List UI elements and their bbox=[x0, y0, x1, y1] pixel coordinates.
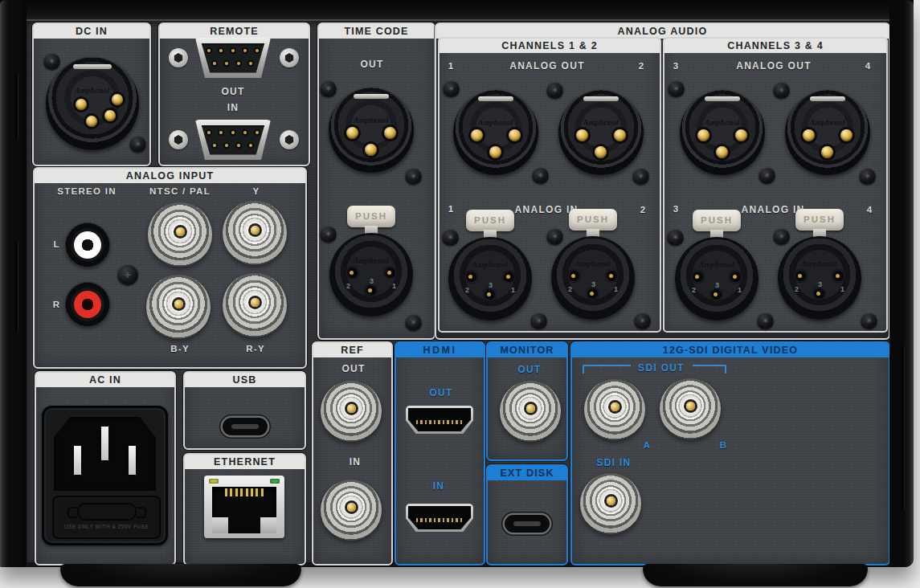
analog-in-xlr-3: PUSH Amphenol 2 3 1 bbox=[675, 210, 758, 322]
right-channel-label: R bbox=[53, 300, 59, 309]
vent-slot bbox=[14, 72, 18, 141]
section-title: REF bbox=[313, 343, 391, 357]
section-title: USB bbox=[185, 373, 305, 387]
ref-in-bnc bbox=[321, 480, 382, 541]
section-dc-in: DC IN ✶ Amphenol ✶ bbox=[32, 22, 151, 166]
sdi-out-group-label: SDI OUT bbox=[638, 362, 685, 374]
y-label: Y bbox=[253, 186, 260, 196]
hdmi-in-port bbox=[406, 504, 473, 532]
hex-standoff-icon bbox=[280, 48, 299, 67]
vent-slot bbox=[901, 345, 904, 510]
section-title: MONITOR bbox=[488, 343, 566, 357]
sdi-out-a-bnc bbox=[584, 379, 645, 440]
section-monitor: MONITOR OUT bbox=[486, 341, 568, 461]
r-y-bnc bbox=[223, 273, 287, 337]
section-analog-audio: ANALOG AUDIO CHANNELS 1 & 2 1 ANALOG OUT… bbox=[435, 22, 890, 340]
ext-disk-usb-c-port bbox=[505, 515, 550, 533]
ref-in-label: IN bbox=[350, 456, 362, 468]
chassis-left-edge bbox=[0, 0, 27, 567]
activity-led bbox=[270, 479, 280, 484]
torx-screw-icon: ✶ bbox=[773, 82, 790, 99]
remote-out-label: OUT bbox=[221, 86, 244, 97]
chassis-right-edge bbox=[889, 0, 914, 567]
torx-screw-icon: ✶ bbox=[530, 312, 547, 329]
stereo-in-left-rca bbox=[65, 223, 110, 267]
y-bnc bbox=[223, 201, 287, 265]
sdi-out-bracket-right bbox=[693, 365, 726, 374]
torx-screw-icon: ✶ bbox=[757, 312, 774, 329]
sdi-in-label: SDI IN bbox=[596, 457, 631, 468]
section-ref: REF OUT IN bbox=[312, 341, 393, 566]
xlr-pin bbox=[76, 99, 87, 110]
torx-screw-icon: ✶ bbox=[43, 53, 60, 70]
link-led bbox=[209, 479, 219, 484]
rubber-foot bbox=[643, 564, 868, 586]
xlr-push-tab: PUSH bbox=[569, 209, 617, 231]
torx-screw-icon: ✶ bbox=[758, 167, 775, 184]
torx-screw-icon: ✶ bbox=[861, 312, 877, 329]
section-title: 12G-SDI DIGITAL VIDEO bbox=[572, 343, 889, 357]
torx-screw-icon: ✶ bbox=[320, 80, 337, 97]
channels-3-4-group: CHANNELS 3 & 4 3 ANALOG OUT 4 ✶ ✶ Amphen… bbox=[663, 37, 888, 333]
analog-out-xlr-1: Amphenol bbox=[453, 90, 538, 175]
hdmi-in-label: IN bbox=[433, 480, 445, 492]
xlr-pin bbox=[112, 94, 123, 105]
xlr-socket-hole bbox=[383, 266, 397, 280]
fuse-drawer: USE ONLY WITH A 250V FUSE bbox=[52, 496, 161, 539]
channel-number: 4 bbox=[865, 61, 870, 71]
xlr-pin bbox=[104, 110, 116, 121]
torx-screw-icon: ✶ bbox=[546, 82, 563, 99]
hex-standoff-icon bbox=[169, 48, 188, 67]
xlr-push-tab: PUSH bbox=[347, 206, 395, 227]
section-ac-in: AC IN USE ONLY WITH A 250V FUSE bbox=[35, 371, 176, 566]
stereo-in-label: STEREO IN bbox=[57, 186, 117, 196]
hdmi-out-port bbox=[406, 406, 473, 434]
xlr-latch bbox=[73, 64, 112, 69]
ref-out-bnc bbox=[321, 381, 382, 442]
time-code-out-label: OUT bbox=[360, 59, 383, 70]
torx-screw-icon: ✶ bbox=[859, 168, 876, 185]
xlr-pin bbox=[86, 116, 97, 127]
analog-out-xlr-3: Amphenol bbox=[680, 90, 765, 175]
sdi-out-b-bnc bbox=[660, 378, 721, 439]
r-y-label: R-Y bbox=[246, 344, 265, 353]
xlr-push-tab: PUSH bbox=[466, 210, 514, 231]
section-title: AC IN bbox=[36, 373, 174, 387]
remote-in-db9-connector bbox=[193, 120, 273, 160]
phillips-screw-icon: + bbox=[117, 264, 138, 285]
xlr-pin bbox=[365, 144, 377, 156]
torx-screw-icon: ✶ bbox=[634, 312, 651, 329]
sdi-out-b-label: B bbox=[720, 440, 726, 450]
remote-in-label: IN bbox=[227, 102, 239, 113]
ethernet-rj45-port bbox=[204, 476, 284, 538]
chassis-top-edge bbox=[0, 0, 914, 21]
monitor-out-bnc bbox=[500, 381, 561, 442]
analog-out-label: ANALOG OUT bbox=[736, 60, 812, 71]
ntsc-pal-label: NTSC / PAL bbox=[149, 186, 211, 196]
rj45-pins bbox=[225, 488, 264, 496]
b-y-bnc bbox=[146, 275, 211, 339]
torx-screw-icon: ✶ bbox=[405, 314, 422, 331]
sdi-out-a-label: A bbox=[644, 440, 650, 450]
hex-standoff-icon bbox=[169, 130, 188, 149]
section-title: HDMI bbox=[396, 343, 484, 357]
torx-screw-icon: ✶ bbox=[632, 168, 649, 185]
analog-in-xlr-4: PUSH Amphenol 2 3 1 bbox=[778, 209, 861, 321]
analog-in-xlr-2: PUSH Amphenol 2 3 1 bbox=[551, 209, 635, 321]
torx-screw-icon: ✶ bbox=[405, 168, 422, 185]
section-title: ANALOG INPUT bbox=[35, 169, 305, 183]
fuse-pull bbox=[77, 503, 137, 521]
time-code-in-xlr: PUSH Amphenol 2 3 1 bbox=[329, 206, 413, 318]
fuse-warning-text: USE ONLY WITH A 250V FUSE bbox=[54, 524, 159, 529]
rubber-foot bbox=[60, 564, 301, 586]
group-title: CHANNELS 3 & 4 bbox=[664, 39, 886, 53]
section-title: TIME CODE bbox=[319, 24, 434, 39]
remote-out-db9-connector bbox=[193, 38, 273, 78]
section-title: REMOTE bbox=[160, 24, 309, 39]
channels-1-2-group: CHANNELS 1 & 2 1 ANALOG OUT 2 ✶ ✶ Amphen… bbox=[438, 37, 661, 333]
section-title: EXT DISK bbox=[488, 466, 566, 480]
channel-number: 1 bbox=[448, 61, 453, 71]
sdi-in-bnc bbox=[580, 473, 641, 534]
channel-number: 3 bbox=[673, 61, 678, 71]
dc-in-xlr-connector: Amphenol bbox=[46, 57, 139, 150]
